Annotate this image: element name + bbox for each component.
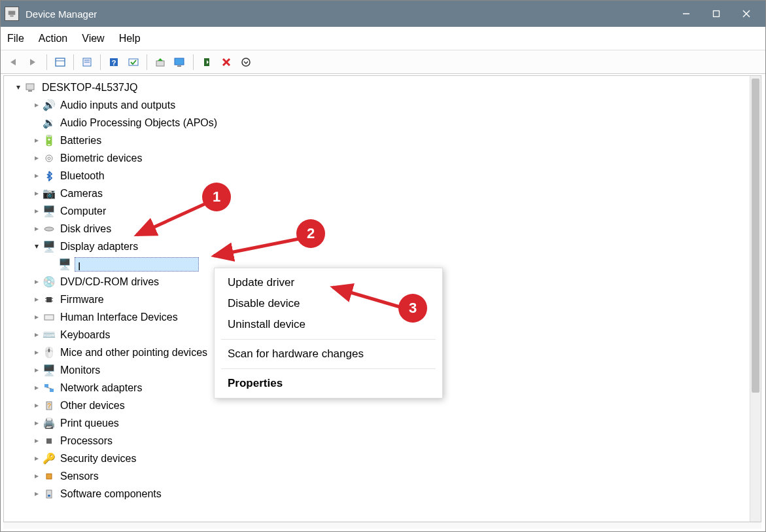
tree-root[interactable]: DESKTOP-4L537JQ bbox=[8, 79, 761, 96]
tree-item-print[interactable]: 🖨️Print queues bbox=[8, 414, 761, 432]
enable-device-icon[interactable] bbox=[198, 53, 216, 71]
status-bar bbox=[3, 522, 761, 529]
remove-device-icon[interactable] bbox=[217, 53, 235, 71]
display-icon: 🖥️ bbox=[58, 258, 72, 271]
svg-rect-32 bbox=[44, 384, 48, 387]
tree-item-display[interactable]: 🖥️Display adapters bbox=[8, 238, 761, 255]
monitor-icon: 🖥️ bbox=[42, 364, 56, 377]
root-label: DESKTOP-4L537JQ bbox=[42, 79, 137, 96]
security-icon: 🔑 bbox=[42, 452, 56, 465]
annotation-badge-1: 1 bbox=[202, 183, 231, 211]
svg-rect-38 bbox=[46, 474, 52, 479]
chip-icon bbox=[42, 293, 56, 306]
svg-text:?: ? bbox=[47, 402, 51, 410]
sensor-icon bbox=[42, 470, 56, 483]
window-buttons bbox=[671, 1, 761, 27]
minimize-button[interactable] bbox=[671, 1, 701, 27]
svg-rect-0 bbox=[9, 11, 16, 15]
toolbar: ? bbox=[1, 50, 765, 74]
tree-item-other[interactable]: ?Other devices bbox=[8, 397, 761, 414]
tree-item-cameras[interactable]: 📷Cameras bbox=[8, 185, 761, 202]
properties-icon[interactable] bbox=[78, 53, 96, 71]
svg-rect-21 bbox=[26, 84, 34, 90]
svg-rect-6 bbox=[56, 58, 65, 66]
annotation-badge-2: 2 bbox=[296, 219, 325, 248]
tree-item-computerentry[interactable]: 🖥️Computer bbox=[8, 202, 761, 220]
svg-rect-33 bbox=[50, 389, 54, 392]
ctx-update-driver[interactable]: Update driver bbox=[215, 272, 442, 293]
hid-icon bbox=[42, 311, 56, 324]
menu-file[interactable]: File bbox=[7, 33, 24, 44]
camera-icon: 📷 bbox=[42, 187, 56, 200]
update-driver-icon[interactable] bbox=[151, 53, 169, 71]
tree-item-audio-inputs[interactable]: 🔊Audio inputs and outputs bbox=[8, 96, 761, 114]
back-button[interactable] bbox=[5, 53, 23, 71]
disk-icon bbox=[42, 222, 56, 236]
scan-icon[interactable] bbox=[124, 53, 143, 71]
svg-rect-26 bbox=[46, 297, 52, 302]
annotation-badge-3: 3 bbox=[398, 294, 427, 323]
ctx-scan-hardware[interactable]: Scan for hardware changes bbox=[215, 344, 442, 364]
svg-point-20 bbox=[242, 58, 250, 66]
svg-rect-14 bbox=[156, 61, 164, 66]
window-title: Device Manager bbox=[26, 9, 671, 20]
svg-rect-1 bbox=[10, 16, 13, 17]
title-bar: Device Manager bbox=[1, 1, 765, 27]
tree-item-bluetooth[interactable]: Bluetooth bbox=[8, 167, 761, 185]
svg-rect-37 bbox=[46, 438, 52, 444]
keyboard-icon: ⌨️ bbox=[42, 328, 56, 342]
show-hidden-icon[interactable] bbox=[51, 53, 69, 71]
network-icon bbox=[42, 381, 56, 395]
help-icon[interactable]: ? bbox=[105, 53, 123, 71]
svg-rect-40 bbox=[48, 495, 50, 497]
svg-rect-31 bbox=[44, 315, 54, 320]
tree-item-processors[interactable]: Processors bbox=[8, 432, 761, 450]
tree-item-software[interactable]: Software components bbox=[8, 485, 761, 503]
menu-bar: File Action View Help bbox=[1, 27, 765, 50]
tree-item-sensors[interactable]: Sensors bbox=[8, 467, 761, 485]
printer-icon: 🖨️ bbox=[42, 417, 56, 430]
down-arrow-icon[interactable] bbox=[237, 53, 255, 71]
tree-item-batteries[interactable]: 🔋Batteries bbox=[8, 132, 761, 149]
other-devices-icon: ? bbox=[42, 399, 56, 412]
ctx-properties[interactable]: Properties bbox=[215, 373, 442, 394]
svg-text:?: ? bbox=[112, 59, 116, 67]
tree-item-audio-processing[interactable]: 🔉Audio Processing Objects (APOs) bbox=[8, 114, 761, 132]
context-menu: Update driver Disable device Uninstall d… bbox=[214, 268, 443, 399]
fingerprint-icon bbox=[42, 152, 56, 165]
svg-line-34 bbox=[46, 387, 52, 389]
svg-rect-16 bbox=[177, 65, 181, 67]
svg-rect-3 bbox=[714, 11, 720, 17]
bluetooth-icon bbox=[42, 169, 56, 183]
cpu-icon bbox=[42, 434, 56, 448]
menu-view[interactable]: View bbox=[82, 33, 104, 44]
svg-point-24 bbox=[48, 157, 50, 160]
app-icon bbox=[5, 7, 19, 21]
svg-point-25 bbox=[44, 227, 54, 231]
tree-item-disk[interactable]: Disk drives bbox=[8, 220, 761, 238]
scrollbar[interactable] bbox=[750, 76, 761, 522]
software-icon bbox=[42, 488, 56, 501]
mouse-icon: 🖱️ bbox=[42, 346, 56, 359]
svg-rect-22 bbox=[28, 90, 32, 92]
svg-point-23 bbox=[46, 155, 52, 162]
svg-rect-39 bbox=[46, 490, 52, 498]
forward-button[interactable] bbox=[24, 53, 43, 71]
selected-device[interactable]: I bbox=[75, 257, 199, 272]
battery-icon: 🔋 bbox=[42, 134, 56, 147]
speaker-icon: 🔉 bbox=[42, 116, 56, 130]
speaker-icon: 🔊 bbox=[42, 99, 56, 112]
tree-item-security[interactable]: 🔑Security devices bbox=[8, 450, 761, 467]
dvd-icon: 💿 bbox=[42, 275, 56, 289]
computer-icon: 🖥️ bbox=[42, 205, 56, 218]
tree-item-biometric[interactable]: Biometric devices bbox=[8, 149, 761, 167]
maximize-button[interactable] bbox=[701, 1, 731, 27]
menu-action[interactable]: Action bbox=[39, 33, 67, 44]
close-button[interactable] bbox=[731, 1, 761, 27]
scrollbar-thumb[interactable] bbox=[752, 79, 759, 393]
svg-rect-15 bbox=[175, 58, 184, 65]
computer-icon bbox=[24, 81, 38, 94]
menu-help[interactable]: Help bbox=[119, 33, 141, 44]
svg-rect-13 bbox=[129, 59, 138, 65]
monitor-action-icon[interactable] bbox=[171, 53, 189, 71]
